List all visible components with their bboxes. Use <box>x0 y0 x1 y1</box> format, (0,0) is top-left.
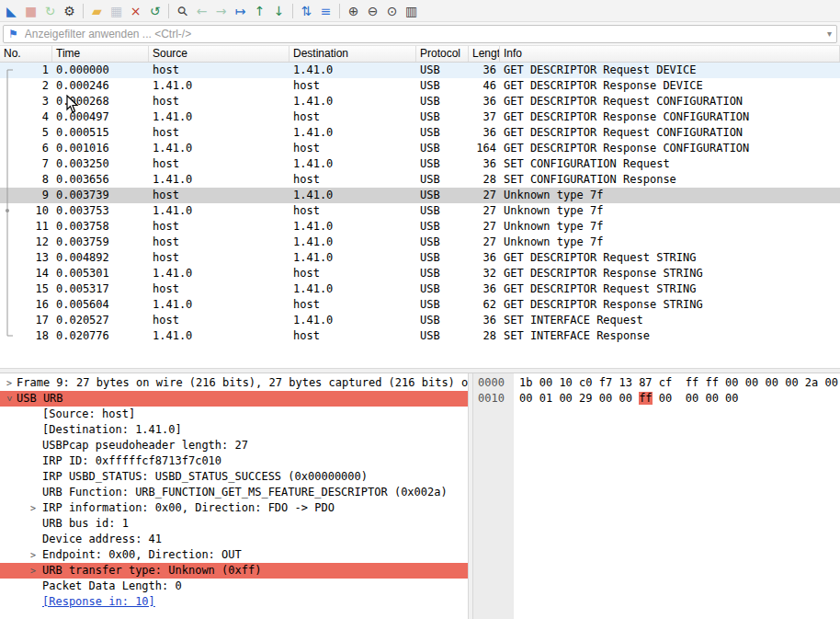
close-file-icon[interactable]: × <box>126 2 145 20</box>
detail-line[interactable]: URB Function: URB_FUNCTION_GET_MS_FEATUR… <box>0 485 468 500</box>
detail-line[interactable]: >IRP information: 0x00, Direction: FDO -… <box>0 500 468 516</box>
resize-columns-icon[interactable]: ▥ <box>402 2 421 20</box>
packet-row-6[interactable]: 60.0010161.41.0hostUSB164GET DESCRIPTOR … <box>0 141 840 156</box>
auto-scroll-icon[interactable]: ⇅ <box>297 2 316 20</box>
packet-cell-source: host <box>149 94 289 109</box>
column-header-no[interactable]: No. <box>0 46 52 62</box>
detail-line[interactable]: USBPcap pseudoheader length: 27 <box>0 438 468 453</box>
column-header-protocol[interactable]: Protocol <box>416 46 469 62</box>
column-header-time[interactable]: Time <box>52 46 149 62</box>
packet-row-16[interactable]: 160.0056041.41.0hostUSB62GET DESCRIPTOR … <box>0 297 840 313</box>
detail-line[interactable]: [Destination: 1.41.0] <box>0 422 468 438</box>
detail-line[interactable]: >USB URB <box>0 391 468 407</box>
column-header-length[interactable]: Length <box>469 46 500 62</box>
hex-bytes: 00 01 00 29 00 00 ff 00 00 00 00 <box>514 392 739 405</box>
packet-cell-destination: host <box>289 78 416 94</box>
hex-offset: 0010 <box>473 391 514 407</box>
packet-cell-source: host <box>149 188 289 203</box>
packet-cell-time: 0.000000 <box>52 63 149 78</box>
packet-row-4[interactable]: 40.0004971.41.0hostUSB37GET DESCRIPTOR R… <box>0 109 840 125</box>
detail-line[interactable]: [Response in: 10] <box>0 594 468 610</box>
column-header-destination[interactable]: Destination <box>289 46 416 62</box>
detail-line[interactable]: Device address: 41 <box>0 532 468 547</box>
packet-row-9[interactable]: 90.003739host1.41.0USB27Unknown type 7f <box>0 188 840 203</box>
detail-line[interactable]: >Endpoint: 0x00, Direction: OUT <box>0 547 468 563</box>
expand-icon[interactable]: > <box>28 547 39 563</box>
packet-cell-info: GET DESCRIPTOR Response STRING <box>500 297 840 313</box>
save-file-icon[interactable]: ▦ <box>107 2 126 20</box>
go-back-icon[interactable]: ← <box>192 2 211 20</box>
packet-cell-destination: 1.41.0 <box>289 281 416 297</box>
go-first-packet-icon[interactable]: ↑ <box>250 2 269 20</box>
start-capture-icon[interactable]: ◣ <box>2 2 21 20</box>
detail-line[interactable]: >URB transfer type: Unknown (0xff) <box>0 563 468 579</box>
detail-line[interactable]: URB bus id: 1 <box>0 516 468 532</box>
column-header-info[interactable]: Info <box>500 46 840 62</box>
hex-line[interactable]: 001000 01 00 29 00 00 ff 00 00 00 00 <box>473 391 840 407</box>
packet-row-5[interactable]: 50.000515host1.41.0USB36GET DESCRIPTOR R… <box>0 125 840 141</box>
packet-cell-destination: 1.41.0 <box>289 188 416 203</box>
column-header-source[interactable]: Source <box>149 46 289 62</box>
packet-cell-protocol: USB <box>416 203 469 219</box>
filter-dropdown-icon[interactable]: ▾ <box>827 29 832 39</box>
packet-row-17[interactable]: 170.020527host1.41.0USB36SET INTERFACE R… <box>0 313 840 328</box>
packet-cell-info: GET DESCRIPTOR Request STRING <box>500 281 840 297</box>
zoom-in-icon[interactable]: ⊕ <box>344 2 363 20</box>
detail-line[interactable]: >Frame 9: 27 bytes on wire (216 bits), 2… <box>0 375 468 391</box>
display-filter-box[interactable]: ⚑ ▾ <box>3 25 837 43</box>
detail-text: [Response in: 10] <box>42 595 155 608</box>
go-last-packet-icon[interactable]: ↓ <box>269 2 289 20</box>
packet-cell-protocol: USB <box>416 219 469 235</box>
detail-line[interactable]: [Source: host] <box>0 407 468 422</box>
expand-icon[interactable]: > <box>28 500 39 516</box>
packet-row-1[interactable]: 10.000000host1.41.0USB36GET DESCRIPTOR R… <box>0 63 840 78</box>
expand-icon[interactable]: > <box>4 375 15 391</box>
detail-line[interactable]: IRP ID: 0xfffffcf8713f7c010 <box>0 453 468 469</box>
packet-row-18[interactable]: 180.0207761.41.0hostUSB28SET INTERFACE R… <box>0 328 840 344</box>
detail-line[interactable]: Packet Data Length: 0 <box>0 579 468 594</box>
packet-cell-no: 14 <box>0 266 52 281</box>
packet-cell-destination: host <box>289 328 416 344</box>
open-file-icon[interactable]: ▰ <box>87 2 107 20</box>
go-to-packet-icon[interactable]: ↦ <box>231 2 250 20</box>
colorize-packets-icon[interactable]: ≡ <box>316 2 335 20</box>
packet-cell-time: 0.000268 <box>52 94 149 109</box>
packet-row-13[interactable]: 130.004892host1.41.0USB36GET DESCRIPTOR … <box>0 250 840 266</box>
filter-bookmark-icon[interactable]: ⚑ <box>8 28 18 40</box>
packet-cell-info: Unknown type 7f <box>500 219 840 235</box>
packet-cell-protocol: USB <box>416 94 469 109</box>
detail-text: IRP ID: 0xfffffcf8713f7c010 <box>42 454 221 467</box>
packet-row-3[interactable]: 30.000268host1.41.0USB36GET DESCRIPTOR R… <box>0 94 840 109</box>
zoom-out-icon[interactable]: ⊖ <box>363 2 382 20</box>
hex-line[interactable]: 00001b 00 10 c0 f7 13 87 cf ff ff 00 00 … <box>473 375 840 391</box>
detail-text: Packet Data Length: 0 <box>42 579 182 592</box>
capture-options-icon[interactable]: ⚙ <box>60 2 79 20</box>
packet-row-12[interactable]: 120.003759host1.41.0USB27Unknown type 7f <box>0 235 840 250</box>
collapse-icon[interactable]: > <box>2 394 17 405</box>
stop-capture-icon[interactable]: ■ <box>21 2 40 20</box>
packet-row-2[interactable]: 20.0002461.41.0hostUSB46GET DESCRIPTOR R… <box>0 78 840 94</box>
detail-line[interactable]: IRP USBD_STATUS: USBD_STATUS_SUCCESS (0x… <box>0 469 468 485</box>
reload-file-icon[interactable]: ↺ <box>145 2 165 20</box>
toolbar-separator <box>339 4 340 18</box>
packet-row-11[interactable]: 110.003758host1.41.0USB27Unknown type 7f <box>0 219 840 235</box>
packet-row-15[interactable]: 150.005317host1.41.0USB36GET DESCRIPTOR … <box>0 281 840 297</box>
restart-capture-icon[interactable]: ↻ <box>40 2 60 20</box>
packet-cell-time: 0.005301 <box>52 266 149 281</box>
detail-text: USB URB <box>17 392 63 405</box>
packet-cell-length: 164 <box>469 141 500 156</box>
packet-row-14[interactable]: 140.0053011.41.0hostUSB32GET DESCRIPTOR … <box>0 266 840 281</box>
zoom-normal-icon[interactable]: ⊙ <box>382 2 402 20</box>
packet-cell-destination: 1.41.0 <box>289 156 416 172</box>
packet-cell-length: 36 <box>469 94 500 109</box>
packet-row-8[interactable]: 80.0036561.41.0hostUSB28SET CONFIGURATIO… <box>0 172 840 188</box>
display-filter-input[interactable] <box>23 27 823 41</box>
go-forward-icon[interactable]: → <box>211 2 231 20</box>
packet-row-7[interactable]: 70.003250host1.41.0USB36SET CONFIGURATIO… <box>0 156 840 172</box>
packet-cell-no: 17 <box>0 313 52 328</box>
packet-row-10[interactable]: 100.0037531.41.0hostUSB27Unknown type 7f <box>0 203 840 219</box>
expand-icon[interactable]: > <box>28 563 39 579</box>
packet-cell-time: 0.005317 <box>52 281 149 297</box>
packet-cell-time: 0.003250 <box>52 156 149 172</box>
packet-cell-protocol: USB <box>416 297 469 313</box>
